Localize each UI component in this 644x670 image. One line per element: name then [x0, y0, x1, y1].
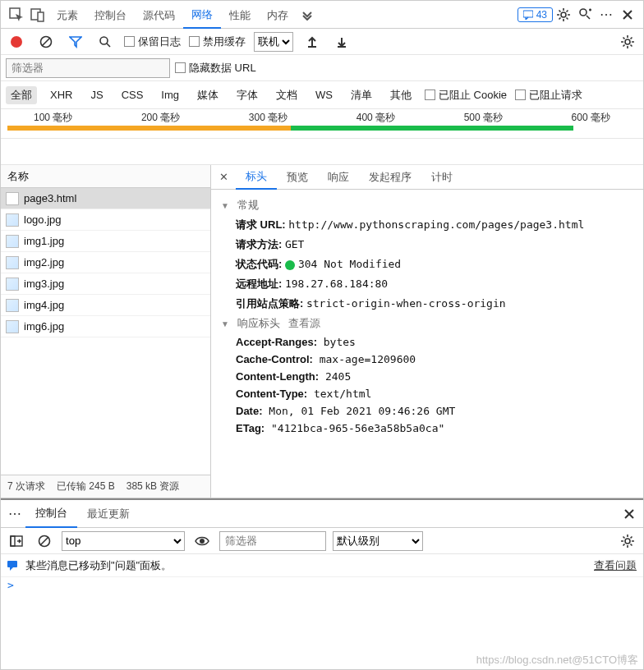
label-remote: 远程地址: [236, 278, 282, 290]
header-value: text/html [307, 388, 371, 400]
section-response-headers[interactable]: ▼ 响应标头 查看源 [221, 316, 633, 331]
summary-transferred: 已传输 245 B [57, 480, 115, 493]
section-general[interactable]: ▼常规 [221, 198, 633, 213]
detail-tabs: ✕ 标头 预览 响应 发起程序 计时 [211, 165, 643, 190]
disable-cache-checkbox[interactable]: 禁用缓存 [189, 34, 246, 49]
console-settings-gear-icon[interactable] [617, 530, 638, 552]
value-remote: 198.27.68.184:80 [285, 278, 388, 290]
svg-point-7 [100, 37, 108, 44]
tab-console[interactable]: 控制台 [86, 1, 135, 29]
view-issues-link[interactable]: 查看问题 [594, 558, 637, 573]
devtools-main-tabs: 元素 控制台 源代码 网络 性能 内存 43 ⋯ [1, 1, 643, 29]
live-expression-eye-icon[interactable] [191, 530, 213, 552]
tab-sources[interactable]: 源代码 [135, 1, 183, 29]
value-url: http://www.pythonscraping.com/pages/page… [288, 218, 584, 231]
blocked-requests-checkbox[interactable]: 已阻止请求 [515, 88, 582, 103]
request-row[interactable]: img1.jpg [1, 231, 210, 252]
image-file-icon [6, 235, 19, 248]
header-key: ETag: [236, 422, 264, 434]
summary-resources: 385 kB 资源 [126, 480, 180, 493]
type-css[interactable]: CSS [117, 87, 149, 103]
type-js[interactable]: JS [85, 87, 108, 103]
console-clear-icon[interactable] [34, 530, 55, 552]
detail-tab-response[interactable]: 响应 [318, 165, 359, 190]
request-row[interactable]: logo.jpg [1, 209, 210, 231]
type-all[interactable]: 全部 [6, 86, 37, 104]
request-name: img6.jpg [24, 320, 64, 333]
execution-context-select[interactable]: top [62, 531, 185, 551]
console-filter-input[interactable] [219, 531, 326, 551]
svg-rect-9 [338, 46, 346, 48]
close-devtools-icon[interactable] [617, 4, 638, 25]
inspect-element-icon[interactable] [6, 4, 27, 25]
image-file-icon [6, 299, 19, 312]
request-row[interactable]: img4.jpg [1, 295, 210, 316]
value-method: GET [285, 238, 304, 250]
console-prompt[interactable]: > [1, 577, 643, 593]
request-name: img3.jpg [24, 278, 64, 290]
type-font[interactable]: 字体 [232, 86, 263, 104]
drawer-tab-console[interactable]: 控制台 [25, 500, 77, 528]
tab-memory[interactable]: 内存 [259, 1, 297, 29]
type-media[interactable]: 媒体 [192, 86, 223, 104]
request-row[interactable]: page3.html [1, 188, 210, 209]
value-referrer: strict-origin-when-cross-origin [306, 297, 506, 310]
tab-elements[interactable]: 元素 [48, 1, 86, 29]
console-sidebar-toggle-icon[interactable] [6, 530, 27, 552]
throttling-select[interactable]: 联机 [254, 32, 293, 52]
drawer-tab-whatsnew[interactable]: 最近更新 [77, 500, 140, 528]
upload-har-icon[interactable] [301, 31, 323, 53]
filter-icon[interactable] [65, 31, 86, 53]
more-tabs-chevron-icon[interactable] [297, 4, 318, 25]
blocked-cookie-checkbox[interactable]: 已阻止 Cookie [425, 88, 507, 103]
header-value: Mon, 01 Feb 2021 09:46:26 GMT [263, 405, 456, 417]
detail-tab-headers[interactable]: 标头 [236, 165, 277, 190]
svg-rect-12 [11, 536, 15, 546]
svg-rect-2 [38, 12, 44, 21]
type-other[interactable]: 其他 [385, 86, 416, 104]
close-detail-icon[interactable]: ✕ [211, 171, 236, 183]
settings-gear-icon[interactable] [553, 4, 574, 25]
tick: 500 毫秒 [464, 111, 503, 125]
kebab-menu-icon[interactable]: ⋯ [596, 4, 617, 25]
drawer-kebab-icon[interactable]: ⋯ [4, 503, 25, 525]
preserve-log-checkbox[interactable]: 保留日志 [124, 34, 181, 49]
type-xhr[interactable]: XHR [45, 87, 77, 103]
feedback-count: 43 [536, 9, 547, 21]
type-img[interactable]: Img [156, 87, 184, 103]
tab-performance[interactable]: 性能 [221, 1, 259, 29]
detail-tab-timing[interactable]: 计时 [421, 165, 462, 190]
device-toggle-icon[interactable] [27, 4, 48, 25]
type-doc[interactable]: 文档 [271, 86, 302, 104]
tab-network[interactable]: 网络 [183, 1, 221, 29]
record-button[interactable] [6, 31, 27, 53]
customize-icon[interactable] [574, 4, 596, 25]
drawer-close-icon[interactable] [619, 503, 640, 525]
search-icon[interactable] [94, 31, 116, 53]
svg-point-14 [200, 539, 205, 544]
log-level-select[interactable]: 默认级别 [333, 531, 423, 551]
filter-input[interactable] [6, 58, 170, 78]
column-header-name[interactable]: 名称 [1, 165, 210, 188]
request-name: img2.jpg [24, 256, 64, 268]
status-dot-icon [285, 260, 295, 270]
download-har-icon[interactable] [331, 31, 352, 53]
network-settings-gear-icon[interactable] [617, 31, 638, 53]
feedback-badge[interactable]: 43 [518, 7, 553, 22]
image-file-icon [6, 320, 19, 333]
request-row[interactable]: img2.jpg [1, 252, 210, 273]
request-row[interactable]: img6.jpg [1, 316, 210, 337]
image-file-icon [6, 213, 19, 227]
detail-tab-preview[interactable]: 预览 [277, 165, 318, 190]
view-source-link[interactable]: 查看源 [288, 316, 320, 331]
tick: 200 毫秒 [141, 111, 180, 125]
network-filter-row: 隐藏数据 URL [1, 55, 643, 81]
network-split: 名称 page3.htmllogo.jpgimg1.jpgimg2.jpgimg… [1, 165, 643, 498]
request-row[interactable]: img3.jpg [1, 273, 210, 295]
clear-icon[interactable] [35, 31, 57, 53]
hide-data-urls-checkbox[interactable]: 隐藏数据 URL [175, 61, 256, 76]
type-manifest[interactable]: 清单 [346, 86, 377, 104]
detail-tab-initiator[interactable]: 发起程序 [359, 165, 421, 190]
type-ws[interactable]: WS [310, 87, 338, 103]
network-timeline-overview[interactable]: 100 毫秒 200 毫秒 300 毫秒 400 毫秒 500 毫秒 600 毫… [1, 109, 643, 139]
